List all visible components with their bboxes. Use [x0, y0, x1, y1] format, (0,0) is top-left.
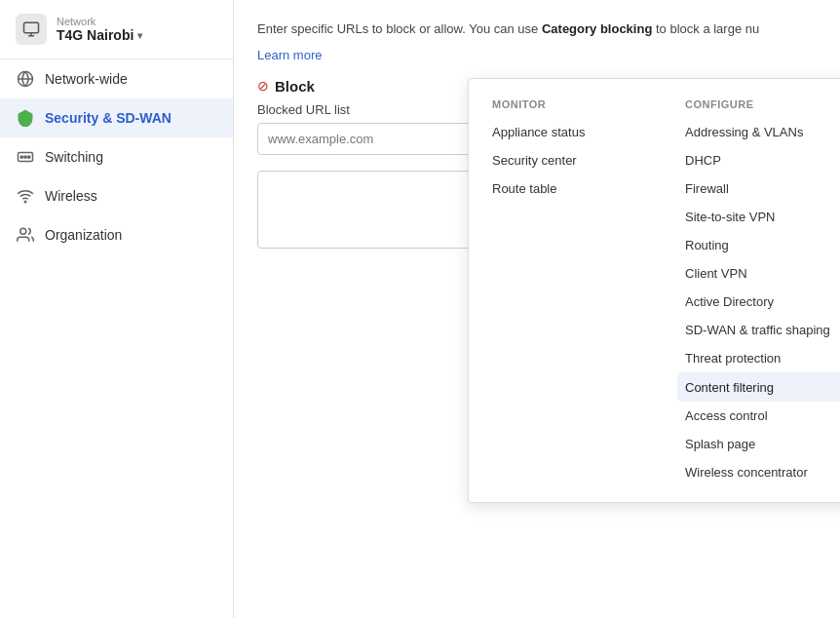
dropdown-item-appliance-status[interactable]: Appliance status [484, 118, 677, 146]
svg-point-7 [20, 228, 26, 234]
learn-more-link[interactable]: Learn more [257, 48, 322, 62]
network-label: Network [57, 16, 142, 27]
dropdown-item-firewall[interactable]: Firewall [677, 174, 840, 203]
dropdown-item-security-center[interactable]: Security center [484, 146, 677, 174]
sidebar-item-switching[interactable]: Switching [0, 137, 233, 176]
sidebar-item-wireless[interactable]: Wireless [0, 176, 233, 215]
dropdown-columns: Monitor Appliance status Security center… [469, 87, 840, 494]
svg-point-3 [20, 156, 22, 158]
chevron-down-icon: ▾ [137, 30, 142, 41]
security-sdwan-icon [16, 108, 35, 128]
main-content: Enter specific URLs to block or allow. Y… [234, 0, 840, 618]
block-icon: ⊘ [257, 78, 269, 94]
wireless-icon [16, 186, 35, 206]
dropdown-item-access-control[interactable]: Access control [677, 402, 840, 430]
network-wide-icon [16, 69, 35, 89]
configure-header: Configure [677, 95, 840, 118]
monitor-column: Monitor Appliance status Security center… [484, 95, 677, 486]
dropdown-item-splash-page[interactable]: Splash page [677, 430, 840, 458]
svg-point-5 [28, 156, 30, 158]
dropdown-item-route-table[interactable]: Route table [484, 174, 677, 203]
sidebar-item-label: Network-wide [45, 71, 128, 87]
dropdown-item-routing[interactable]: Routing [677, 231, 840, 259]
svg-point-4 [24, 156, 26, 158]
dropdown-item-active-directory[interactable]: Active Directory [677, 288, 840, 316]
sidebar: Network T4G Nairobi ▾ Network-wide Secur… [0, 0, 234, 618]
sidebar-item-security-sdwan[interactable]: Security & SD-WAN [0, 98, 233, 137]
sidebar-item-network-wide[interactable]: Network-wide [0, 59, 233, 98]
dropdown-item-client-vpn[interactable]: Client VPN [677, 259, 840, 288]
monitor-header: Monitor [484, 95, 677, 118]
network-icon [16, 14, 47, 45]
network-name: T4G Nairobi ▾ [57, 27, 142, 43]
sidebar-item-label: Security & SD-WAN [45, 110, 172, 126]
sidebar-item-label: Wireless [45, 188, 97, 204]
sidebar-item-label: Switching [45, 149, 103, 165]
network-info: Network T4G Nairobi ▾ [57, 16, 142, 43]
configure-dropdown: Monitor Appliance status Security center… [468, 78, 840, 503]
dropdown-item-wireless-concentrator[interactable]: Wireless concentrator [677, 458, 840, 486]
sidebar-item-organization[interactable]: Organization [0, 215, 233, 254]
svg-point-6 [24, 201, 26, 203]
switching-icon [16, 147, 35, 167]
dropdown-item-threat-protection[interactable]: Threat protection [677, 344, 840, 372]
network-selector[interactable]: Network T4G Nairobi ▾ [0, 0, 233, 59]
dropdown-item-content-filtering[interactable]: Content filtering ✓ [677, 372, 840, 402]
block-title: Block [275, 78, 315, 95]
dropdown-item-sdwan-traffic-shaping[interactable]: SD-WAN & traffic shaping [677, 316, 840, 344]
svg-rect-0 [24, 22, 39, 33]
configure-column: Configure Addressing & VLANs DHCP Firewa… [677, 95, 840, 486]
intro-text: Enter specific URLs to block or allow. Y… [257, 19, 817, 39]
organization-icon [16, 225, 35, 245]
dropdown-item-dhcp[interactable]: DHCP [677, 146, 840, 174]
dropdown-item-addressing-vlans[interactable]: Addressing & VLANs [677, 118, 840, 146]
dropdown-item-site-to-site-vpn[interactable]: Site-to-site VPN [677, 203, 840, 231]
sidebar-item-label: Organization [45, 227, 122, 243]
